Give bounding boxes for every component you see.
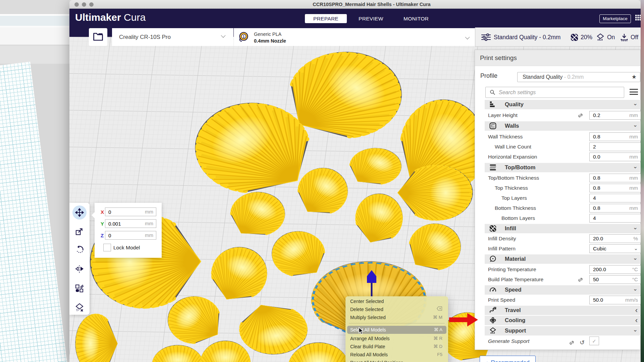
svg-text:1: 1 bbox=[243, 35, 245, 39]
